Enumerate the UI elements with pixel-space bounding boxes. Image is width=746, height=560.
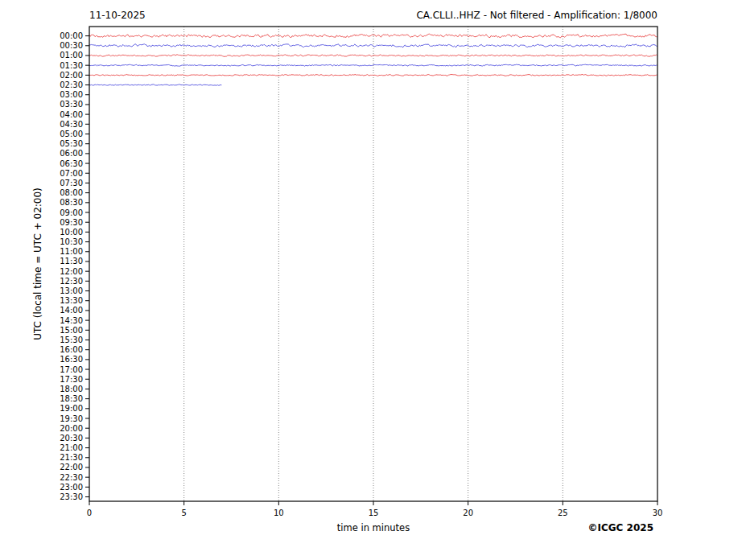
- y-tick-label: 13:00: [60, 286, 83, 295]
- y-tick-label: 16:30: [60, 355, 83, 364]
- y-tick-label: 10:00: [60, 228, 83, 237]
- y-tick-label: 11:00: [60, 247, 83, 256]
- y-tick-label: 19:00: [60, 404, 83, 413]
- y-tick-label: 17:00: [60, 365, 83, 374]
- y-tick-label: 12:00: [60, 267, 83, 276]
- y-tick-label: 10:30: [60, 237, 83, 246]
- y-tick-label: 14:30: [60, 316, 83, 325]
- y-tick-label: 01:30: [60, 61, 83, 70]
- y-tick-label: 01:00: [60, 51, 83, 60]
- y-tick-label: 04:30: [60, 120, 83, 129]
- x-tick-label: 25: [558, 509, 568, 517]
- x-tick-label: 10: [274, 509, 284, 517]
- seismic-trace-00:30: [89, 44, 657, 47]
- y-tick-label: 18:00: [60, 385, 83, 393]
- helicorder-plot: 00:0000:3001:0001:3002:0002:3003:0003:30…: [0, 0, 746, 560]
- y-tick-label: 17:30: [60, 375, 83, 384]
- y-tick-label: 23:30: [60, 492, 83, 501]
- y-tick-label: 13:30: [60, 296, 83, 305]
- x-tick-label: 0: [87, 509, 92, 517]
- y-tick-label: 00:00: [60, 31, 83, 40]
- y-tick-label: 20:30: [60, 434, 83, 443]
- y-tick-label: 21:00: [60, 443, 83, 452]
- helicorder-figure: 11-10-2025 CA.CLLI..HHZ - Not filtered -…: [0, 0, 746, 560]
- y-tick-label: 12:30: [60, 277, 83, 286]
- y-tick-label: 20:00: [60, 424, 83, 433]
- y-tick-label: 22:00: [60, 463, 83, 471]
- y-tick-label: 14:00: [60, 306, 83, 315]
- x-tick-label: 5: [181, 509, 186, 517]
- x-tick-label: 15: [369, 509, 379, 517]
- y-tick-label: 07:00: [60, 169, 83, 178]
- seismic-trace-02:30: [89, 84, 221, 85]
- x-tick-label: 20: [463, 509, 473, 517]
- y-tick-label: 05:00: [60, 130, 83, 138]
- y-tick-label: 03:00: [60, 90, 83, 99]
- y-tick-label: 23:00: [60, 483, 83, 492]
- y-tick-label: 15:30: [60, 336, 83, 344]
- y-tick-label: 00:30: [60, 41, 83, 50]
- y-tick-label: 09:30: [60, 218, 83, 227]
- attribution: ©ICGC 2025: [587, 522, 653, 533]
- y-tick-label: 18:30: [60, 394, 83, 403]
- y-tick-label: 21:30: [60, 453, 83, 462]
- y-tick-label: 02:30: [60, 80, 83, 89]
- y-tick-label: 08:00: [60, 188, 83, 197]
- seismic-trace-02:00: [89, 75, 657, 76]
- y-tick-label: 04:00: [60, 110, 83, 119]
- y-tick-label: 06:30: [60, 159, 83, 168]
- y-tick-label: 05:30: [60, 139, 83, 148]
- y-tick-label: 15:00: [60, 326, 83, 335]
- y-tick-label: 09:00: [60, 208, 83, 217]
- y-tick-label: 11:30: [60, 257, 83, 266]
- y-tick-label: 19:30: [60, 414, 83, 423]
- y-tick-label: 22:30: [60, 473, 83, 482]
- y-tick-label: 06:00: [60, 149, 83, 158]
- x-axis-label: time in minutes: [89, 522, 657, 533]
- y-tick-label: 16:00: [60, 345, 83, 354]
- y-tick-label: 02:00: [60, 71, 83, 80]
- x-tick-label: 30: [653, 509, 663, 517]
- y-tick-label: 08:30: [60, 198, 83, 207]
- y-tick-label: 03:30: [60, 100, 83, 109]
- y-tick-label: 07:30: [60, 179, 83, 187]
